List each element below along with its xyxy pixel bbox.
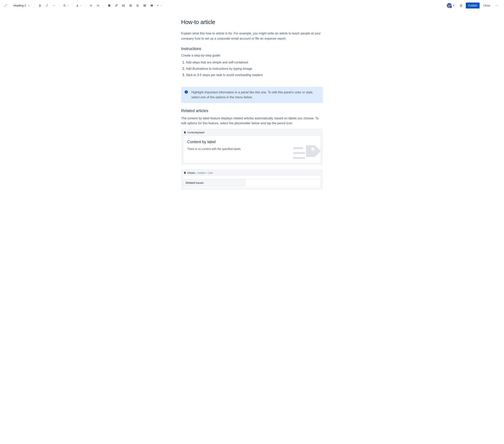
macro-name: Contentbylabel (187, 131, 205, 134)
svg-point-27 (186, 91, 186, 92)
svg-rect-29 (293, 152, 305, 154)
macro-header: Details | hidden = true (183, 171, 321, 176)
svg-point-13 (129, 4, 132, 7)
avatar-badge: C (449, 5, 452, 8)
label-decoration-icon (293, 141, 321, 163)
text-style-label: Heading 2 (13, 4, 26, 7)
instructions-subtext[interactable]: Create a step-by-step guide: (181, 54, 323, 57)
list-item[interactable]: Add illustrations to instructions by typ… (186, 66, 323, 71)
separator (60, 3, 60, 8)
svg-point-24 (498, 5, 498, 6)
svg-rect-20 (152, 4, 153, 6)
svg-rect-28 (293, 147, 303, 149)
plus-icon (452, 4, 455, 7)
svg-point-16 (137, 5, 137, 5)
editor-content[interactable]: How-to article Explain what this how-to … (181, 11, 323, 202)
separator (85, 3, 86, 8)
svg-point-5 (90, 5, 90, 6)
layouts-button[interactable] (149, 2, 155, 9)
document-icon (183, 171, 186, 174)
svg-rect-18 (144, 4, 146, 6)
related-description[interactable]: The content by label feature displays re… (181, 116, 323, 126)
macro-body[interactable]: Related issues (183, 176, 321, 188)
table-header-cell[interactable]: Related issues (183, 179, 245, 186)
text-style-dropdown[interactable]: Heading 2 (12, 4, 34, 7)
mention-button[interactable] (127, 2, 134, 9)
alignment-dropdown[interactable] (62, 2, 70, 9)
separator (72, 3, 73, 8)
svg-text:3: 3 (97, 6, 97, 7)
more-formatting-button[interactable] (51, 2, 57, 9)
italic-button[interactable] (44, 2, 50, 9)
action-item-button[interactable] (106, 2, 112, 9)
more-icon (495, 4, 499, 7)
svg-point-23 (497, 5, 497, 6)
chevron-down-icon (28, 4, 30, 7)
link-button[interactable] (113, 2, 120, 9)
svg-point-2 (55, 5, 55, 6)
avatar[interactable]: CK C (447, 3, 452, 8)
steps-list[interactable]: Add steps that are simple and self-conta… (181, 60, 323, 77)
collaborator-avatars: CK C (447, 3, 456, 8)
editor-toolbar: Heading 2 123 (0, 0, 504, 11)
svg-point-17 (138, 5, 138, 5)
separator (34, 3, 35, 8)
macro-name: Details (187, 171, 195, 174)
document-icon (183, 131, 186, 134)
confluence-logo-icon (3, 3, 8, 8)
more-actions-button[interactable] (494, 2, 500, 9)
svg-rect-19 (151, 4, 152, 6)
panel-text[interactable]: Highlight important information in a pan… (191, 90, 320, 100)
table-cell[interactable] (245, 179, 321, 186)
svg-rect-10 (108, 4, 110, 7)
svg-rect-26 (186, 92, 186, 93)
related-heading[interactable]: Related articles (181, 109, 323, 113)
svg-point-4 (90, 5, 90, 5)
svg-point-15 (137, 4, 139, 7)
insert-dropdown[interactable] (156, 2, 163, 9)
details-macro[interactable]: Details | hidden = true Related issues (181, 169, 323, 190)
svg-rect-30 (293, 157, 305, 159)
chevron-down-icon (80, 4, 82, 7)
svg-point-22 (496, 5, 496, 6)
info-icon (184, 90, 188, 100)
table-row[interactable]: Related issues (183, 179, 321, 186)
macro-header: Contentbylabel (183, 130, 321, 135)
info-panel[interactable]: Highlight important information in a pan… (181, 87, 323, 103)
unlock-icon (459, 4, 463, 7)
svg-point-31 (311, 147, 315, 151)
instructions-heading[interactable]: Instructions (181, 46, 323, 51)
separator (104, 3, 104, 8)
list-item[interactable]: Add steps that are simple and self-conta… (186, 60, 323, 65)
list-item[interactable]: Stick to 3-5 steps per task to avoid ove… (186, 73, 323, 77)
svg-point-6 (90, 6, 90, 6)
close-button[interactable]: Close (481, 2, 492, 8)
image-button[interactable] (120, 2, 126, 9)
chevron-down-icon (160, 4, 162, 7)
svg-point-0 (53, 5, 54, 6)
bullet-list-button[interactable] (88, 2, 94, 9)
svg-point-1 (54, 5, 54, 6)
macro-params: | hidden = true (197, 171, 213, 174)
details-table[interactable]: Related issues (183, 179, 321, 186)
svg-rect-3 (77, 6, 78, 7)
table-button[interactable] (142, 2, 148, 9)
text-color-dropdown[interactable] (75, 2, 83, 9)
svg-rect-21 (460, 5, 462, 7)
macro-preview: Content by label There is no content wit… (183, 135, 321, 163)
numbered-list-button[interactable]: 123 (95, 2, 101, 9)
publish-button[interactable]: Publish (466, 2, 480, 8)
page-title[interactable]: How-to article (181, 19, 323, 25)
emoji-button[interactable] (134, 2, 141, 9)
content-by-label-macro[interactable]: Contentbylabel Content by label There is… (181, 129, 323, 165)
chevron-down-icon (67, 4, 69, 7)
intro-paragraph[interactable]: Explain what this how-to article is for.… (181, 31, 323, 41)
bold-button[interactable] (37, 2, 43, 9)
restrictions-button[interactable] (458, 2, 464, 9)
